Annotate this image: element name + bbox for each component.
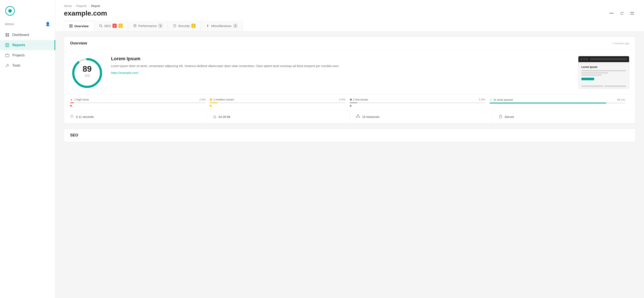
- tabs: Overview SEO 1 1 Performance 1 Security …: [64, 21, 636, 31]
- desc-text: Lorem ipsum dolor sit amet, consectetur …: [111, 64, 571, 69]
- breadcrumb-current: Report: [91, 4, 100, 8]
- reports-icon: [5, 43, 9, 47]
- header-actions: •••: [608, 9, 636, 17]
- medium-issue-pct: 5.6%: [339, 98, 346, 101]
- tab-security[interactable]: Security 1: [168, 21, 201, 31]
- more-options-button[interactable]: •••: [608, 9, 615, 17]
- low-dot: [350, 105, 352, 107]
- breadcrumb-reports[interactable]: Reports: [76, 4, 87, 8]
- sidebar-item-projects[interactable]: Projects: [0, 50, 55, 60]
- reports-label: Reports: [12, 43, 25, 47]
- svg-rect-14: [71, 24, 72, 26]
- medium-issue-fill: [210, 102, 218, 103]
- sidebar-item-dashboard[interactable]: Dashboard: [0, 30, 55, 40]
- low-issue-pct: 5.6%: [479, 98, 485, 101]
- low-issue-bar: [350, 102, 485, 103]
- svg-point-28: [358, 116, 360, 118]
- menu-label: MENU: [5, 22, 14, 26]
- medium-dot: [210, 105, 212, 107]
- svg-rect-31: [499, 116, 502, 118]
- score-value: 89: [83, 64, 92, 73]
- thumb-footer-block-2: [604, 85, 626, 87]
- thumb-line-3: [581, 74, 602, 76]
- thumb-url-bar: [590, 58, 627, 60]
- stat-medium-issues: 2 medium issues 5.6%: [210, 98, 350, 107]
- metric-time-value: 0.11 seconds: [76, 115, 94, 119]
- svg-point-12: [633, 13, 633, 13]
- sidebar-logo: [0, 0, 55, 20]
- seo-title: SEO: [70, 133, 78, 137]
- metrics-row: ⏱ 0.11 seconds ⚖ 54.26 kB 15 resources: [64, 110, 635, 123]
- tab-misc-label: Miscellaneous: [211, 24, 231, 28]
- breadcrumb-home[interactable]: Home: [64, 4, 72, 8]
- breadcrumb-sep-2: ›: [88, 4, 90, 8]
- svg-rect-16: [71, 26, 72, 27]
- tab-miscellaneous[interactable]: Miscellaneous 1: [201, 21, 243, 31]
- thumb-body: Lorem Ipsum: [578, 62, 629, 84]
- svg-point-21: [208, 24, 208, 25]
- score-max: 100: [84, 74, 90, 77]
- svg-line-29: [356, 116, 357, 116]
- desc-link[interactable]: https://example.com/: [111, 71, 138, 74]
- tab-seo[interactable]: SEO 1 1: [94, 21, 128, 31]
- overview-title: Overview: [70, 41, 87, 45]
- refresh-button[interactable]: [618, 10, 625, 17]
- projects-icon: [5, 53, 9, 57]
- high-issue-label: 1 high issue: [74, 98, 89, 101]
- sidebar-nav: Dashboard Reports Projects: [0, 29, 55, 71]
- metric-size: ⚖ 54.26 kB: [207, 110, 350, 123]
- svg-rect-11: [631, 13, 633, 15]
- sidebar: MENU 👤 Dashboard Reports: [0, 0, 56, 298]
- tab-performance[interactable]: Performance 1: [128, 21, 168, 31]
- svg-rect-4: [6, 35, 7, 37]
- tab-seo-label: SEO: [104, 24, 111, 28]
- high-issue-fill: [70, 102, 74, 103]
- tab-overview[interactable]: Overview: [64, 21, 94, 31]
- svg-line-30: [358, 116, 359, 116]
- dashboard-label: Dashboard: [12, 33, 29, 37]
- high-issue-pct: 2.8%: [200, 98, 206, 101]
- metric-secure: Secure: [493, 110, 636, 123]
- user-icon[interactable]: 👤: [46, 22, 50, 26]
- svg-rect-15: [70, 26, 71, 27]
- thumb-title: Lorem Ipsum: [581, 65, 626, 68]
- metric-secure-value: Secure: [505, 115, 514, 119]
- sidebar-item-reports[interactable]: Reports: [0, 40, 55, 50]
- size-icon: ⚖: [213, 114, 216, 119]
- resources-icon: [356, 114, 360, 119]
- stat-high-issues: ▲ 1 high issue 2.8%: [70, 98, 210, 107]
- page-title: example.com: [64, 9, 107, 17]
- passed-icon: ✓: [490, 98, 492, 101]
- medium-issue-icon: [210, 99, 212, 101]
- metric-time: ⏱ 0.11 seconds: [64, 110, 207, 123]
- tools-label: Tools: [12, 64, 20, 67]
- low-issue-icon: [350, 99, 352, 101]
- low-issue-label: 2 low issues: [353, 98, 368, 101]
- passed-fill: [490, 103, 606, 103]
- tools-icon: [5, 63, 9, 68]
- high-issue-icon: ▲: [70, 98, 73, 101]
- breadcrumb-sep-1: ›: [74, 4, 74, 8]
- sidebar-item-tools[interactable]: Tools: [0, 60, 55, 71]
- svg-rect-10: [6, 54, 9, 57]
- svg-rect-5: [8, 35, 9, 37]
- metric-resources-value: 15 resources: [362, 115, 380, 119]
- content-header: Home › Reports › Report example.com ••• …: [56, 0, 644, 31]
- overview-timestamp: 7 minutes ago: [612, 42, 629, 45]
- svg-point-1: [8, 9, 12, 12]
- desc-area: Lorem Ipsum Lorem ipsum dolor sit amet, …: [111, 56, 571, 75]
- thumb-footer: [578, 84, 629, 89]
- svg-rect-13: [70, 24, 71, 26]
- thumb-cta-btn: [581, 78, 594, 80]
- tab-performance-label: Performance: [138, 24, 156, 28]
- medium-issue-bar: [210, 102, 345, 103]
- svg-line-18: [102, 26, 102, 27]
- high-dot: [70, 105, 72, 107]
- security-badge: 1: [191, 24, 196, 28]
- desc-title: Lorem Ipsum: [111, 56, 571, 61]
- preview-thumbnail: Lorem Ipsum: [578, 56, 629, 89]
- svg-point-20: [135, 25, 135, 26]
- svg-point-17: [100, 24, 102, 27]
- print-button[interactable]: [629, 10, 636, 17]
- thumb-line-2: [581, 72, 608, 73]
